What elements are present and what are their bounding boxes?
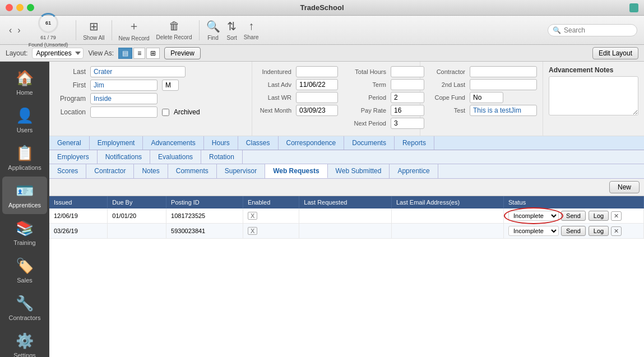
pay-rate-input[interactable] <box>391 105 424 116</box>
sidebar-item-contractors[interactable]: 🔧 Contractors <box>2 289 47 327</box>
next-month-input[interactable] <box>296 105 338 116</box>
sidebar-item-sales[interactable]: 🏷️ Sales <box>2 252 47 289</box>
first-input[interactable] <box>90 80 157 91</box>
tab-hours[interactable]: Hours <box>204 136 238 150</box>
2nd-last-label: 2nd Last <box>426 81 465 88</box>
sidebar-item-users[interactable]: 👤 Users <box>2 101 47 139</box>
sidebar-item-applications[interactable]: 📋 Applications <box>2 139 47 177</box>
tab-notes[interactable]: Notes <box>134 164 168 178</box>
2nd-last-input[interactable] <box>470 79 537 90</box>
sidebar-item-home[interactable]: 🏠 Home <box>2 64 47 101</box>
send-btn-1[interactable]: Send <box>561 211 586 221</box>
tab-web-submitted[interactable]: Web Submitted <box>328 164 390 178</box>
view-table-btn[interactable]: ⊞ <box>146 48 160 59</box>
middle-initial-input[interactable] <box>162 80 179 91</box>
table-header: Issued Due By Posting ID Enabled Last Re… <box>49 196 644 208</box>
tab-documents[interactable]: Documents <box>344 136 395 150</box>
tab-employment[interactable]: Employment <box>90 136 143 150</box>
maximize-btn[interactable] <box>27 4 34 11</box>
tab-rotation[interactable]: Rotation <box>201 150 243 164</box>
last-wr-input[interactable] <box>296 92 338 103</box>
status-highlight-circle: Incomplete <box>508 211 559 221</box>
layout-select[interactable]: Apprentices <box>32 48 84 59</box>
delete-record-button[interactable]: 🗑 Delete Record <box>154 18 194 41</box>
program-input[interactable] <box>90 93 157 104</box>
tab-classes[interactable]: Classes <box>238 136 279 150</box>
enabled-check-1[interactable]: X <box>248 212 257 220</box>
back-button[interactable]: ‹ <box>7 23 14 38</box>
archived-checkbox[interactable] <box>162 109 169 116</box>
view-form-btn[interactable]: ▤ <box>118 48 132 59</box>
search-bar[interactable]: 🔍 <box>548 24 637 36</box>
col-status: Status <box>504 196 644 208</box>
show-all-button[interactable]: ⊞ Show All <box>81 18 106 42</box>
tab-general[interactable]: General <box>49 136 90 150</box>
share-button[interactable]: ↑ Share <box>242 18 261 41</box>
col-due-by: Due By <box>108 196 166 208</box>
tab-scores[interactable]: Scores <box>49 164 86 178</box>
find-button[interactable]: 🔍 Find <box>204 18 223 42</box>
archived-label: Archived <box>174 108 200 116</box>
cell-last-email-2 <box>392 224 504 239</box>
adv-notes-textarea[interactable] <box>549 76 638 115</box>
log-btn-2[interactable]: Log <box>589 226 609 236</box>
preview-button[interactable]: Preview <box>164 47 201 59</box>
new-record-label: New Record <box>119 35 150 41</box>
period-input[interactable] <box>391 92 424 103</box>
tab-contractor[interactable]: Contractor <box>86 164 134 178</box>
next-period-input[interactable] <box>391 118 424 129</box>
tab-comments[interactable]: Comments <box>168 164 217 178</box>
tab-correspondence[interactable]: Correspondence <box>279 136 345 150</box>
sidebar-item-training[interactable]: 📚 Training <box>2 214 47 252</box>
tab-evaluations[interactable]: Evaluations <box>150 150 201 164</box>
table-toolbar: New <box>49 179 644 196</box>
tab-advancements[interactable]: Advancements <box>143 136 203 150</box>
new-web-request-button[interactable]: New <box>609 181 640 193</box>
log-btn-1[interactable]: Log <box>589 211 609 221</box>
location-input[interactable] <box>90 106 157 118</box>
cell-enabled-1: X <box>243 208 299 224</box>
view-list-btn[interactable]: ≡ <box>133 48 145 59</box>
cell-due-by-1: 01/01/20 <box>108 208 166 224</box>
layout-bar: Layout: Apprentices View As: ▤ ≡ ⊞ Previ… <box>0 45 644 62</box>
test-input[interactable] <box>470 105 537 116</box>
sidebar-label-users: Users <box>17 127 33 133</box>
status-select-2[interactable]: Incomplete <box>508 226 559 236</box>
location-label: Location <box>55 108 86 116</box>
delete-btn-2[interactable]: ✕ <box>611 226 622 236</box>
tab-reports[interactable]: Reports <box>395 136 434 150</box>
tab-apprentice[interactable]: Apprentice <box>390 164 438 178</box>
col-last-requested: Last Requested <box>299 196 392 208</box>
cope-fund-input[interactable] <box>470 92 503 103</box>
minimize-btn[interactable] <box>16 4 24 11</box>
term-input[interactable] <box>391 79 424 90</box>
edit-layout-button[interactable]: Edit Layout <box>592 47 638 59</box>
cell-last-requested-2 <box>299 224 392 239</box>
last-adv-input[interactable] <box>296 79 338 90</box>
indentured-input[interactable] <box>296 66 338 77</box>
contractor-input[interactable] <box>470 66 537 77</box>
tab-employers[interactable]: Employers <box>49 150 98 164</box>
send-btn-2[interactable]: Send <box>561 226 586 236</box>
status-select-1[interactable]: Incomplete <box>508 211 559 221</box>
close-btn[interactable] <box>6 4 13 11</box>
app-icon <box>629 3 638 12</box>
delete-btn-1[interactable]: ✕ <box>611 211 622 221</box>
tab-supervisor[interactable]: Supervisor <box>217 164 265 178</box>
apprentices-icon: 🪪 <box>16 182 34 200</box>
total-hours-input[interactable] <box>391 66 424 77</box>
tab-web-requests[interactable]: Web Requests <box>265 164 327 178</box>
search-input[interactable] <box>564 26 626 34</box>
forward-button[interactable]: › <box>15 23 22 38</box>
tab-notifications[interactable]: Notifications <box>98 150 150 164</box>
name-section: Last First Program Location Archived <box>49 62 252 136</box>
new-record-button[interactable]: ＋ New Record <box>117 17 152 43</box>
last-input[interactable] <box>90 66 186 77</box>
table-row: 12/06/19 01/01/20 1081723525 X Incomplet… <box>49 208 644 224</box>
sort-icon: ⇅ <box>227 20 237 33</box>
sort-button[interactable]: ⇅ Sort <box>225 18 239 42</box>
sidebar-label-apprentices: Apprentices <box>8 202 41 208</box>
sidebar-item-apprentices[interactable]: 🪪 Apprentices <box>2 177 47 214</box>
sidebar-item-settings[interactable]: ⚙️ Settings <box>2 327 47 357</box>
enabled-check-2[interactable]: X <box>248 227 257 235</box>
